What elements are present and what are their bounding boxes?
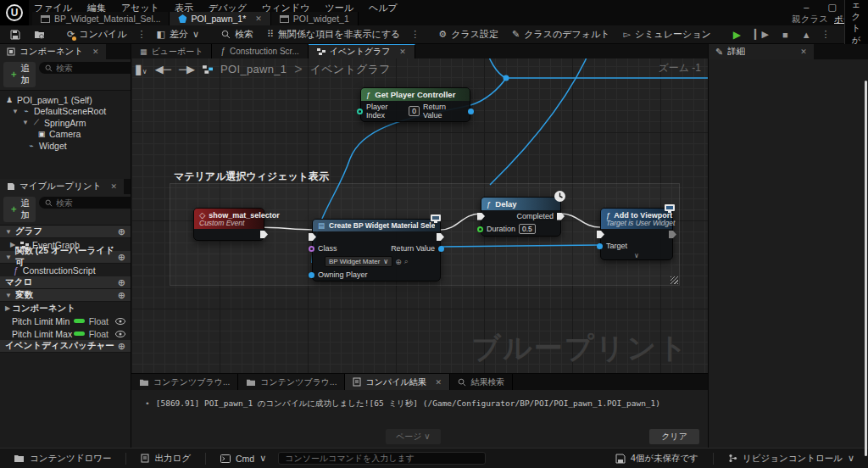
close-tab-icon[interactable]: ✕ (255, 14, 262, 23)
eject-button[interactable]: ▲ (797, 28, 816, 42)
bookmark-icon[interactable]: ▮∨ (135, 61, 147, 77)
collapse-chevron-icon[interactable]: ∨ (634, 252, 639, 259)
tab-find-results[interactable]: 結果検索 (450, 374, 513, 390)
simulate-button[interactable]: ▻ シミュレーション (619, 26, 716, 42)
compile-options-kebab[interactable]: ⋮ (136, 29, 148, 40)
use-selected-icon[interactable]: ⊕ (395, 258, 402, 266)
diff-button[interactable]: ◧ 差分 ∨ (152, 26, 204, 42)
section-variables[interactable]: ▼変数 ⊕ (0, 289, 131, 302)
tab-viewport[interactable]: ▦ ビューポート (131, 44, 212, 58)
close-tab-icon[interactable]: ✕ (399, 47, 406, 56)
return-value-pin[interactable] (468, 109, 474, 114)
minimize-button[interactable]: – (804, 2, 809, 12)
play-options-kebab[interactable]: ⋮ (820, 29, 832, 40)
tree-row-self[interactable]: ♟ POI_pawn_1 (Self) (0, 94, 131, 106)
section-graphs[interactable]: ▼グラフ ⊕ (0, 226, 131, 238)
tab-content-browser-2[interactable]: コンテンツブラウ... (238, 374, 345, 390)
tree-row-springarm[interactable]: ▼ ⟋ SpringArm (0, 117, 131, 129)
add-graph-icon[interactable]: ⊕ (118, 226, 125, 237)
add-function-icon[interactable]: ⊕ (118, 252, 125, 263)
save-button[interactable] (5, 28, 25, 42)
return-value-pin[interactable] (438, 246, 444, 252)
close-icon[interactable]: ✕ (92, 47, 99, 56)
class-defaults-button[interactable]: ✎ クラスのデフォルト (507, 26, 615, 42)
compile-button[interactable]: ⟳ コンパイル (62, 26, 132, 42)
tab-event-graph[interactable]: イベントグラフ ✕ (309, 44, 415, 58)
find-button[interactable]: 検索 (216, 26, 259, 42)
add-component-button[interactable]: ＋追加 (3, 62, 36, 87)
revision-control-button[interactable]: リビジョンコントロール ∨ (721, 451, 861, 466)
expander-icon[interactable]: ▼ (22, 119, 29, 126)
node-get-player-controller[interactable]: ƒ Get Player Controller Player Index 0 R… (360, 87, 470, 122)
exec-in-pin[interactable] (597, 231, 604, 238)
node-add-to-viewport[interactable]: ƒ Add to Viewport Target is User Widget … (600, 208, 673, 260)
duration-value[interactable]: 0.5 (519, 224, 536, 234)
node-delay[interactable]: ƒ Delay Completed Duration 0.5 (481, 197, 561, 237)
close-icon[interactable]: ✕ (110, 182, 117, 191)
tab-compile-results[interactable]: コンパイル結果 ✕ (345, 374, 450, 390)
tab-details[interactable]: ✎ 詳細 ✕ (709, 44, 814, 59)
tree-row-camera[interactable]: ▣ Camera (0, 129, 131, 141)
play-button[interactable]: ▶ (728, 27, 746, 42)
frame-skip-button[interactable]: ▎▶ (749, 27, 774, 42)
exec-in-pin[interactable] (309, 233, 316, 241)
tab-construction-script[interactable]: ƒ Construction Scr... (212, 44, 308, 58)
section-event-dispatchers[interactable]: イベントディスパッチャー ⊕ (0, 340, 131, 353)
tree-row-scene-root[interactable]: ▼ ⌁ DefaultSceneRoot (0, 106, 131, 118)
visibility-eye-icon[interactable] (115, 318, 125, 325)
reroute-node[interactable] (504, 75, 509, 81)
browse-asset-button[interactable] (29, 28, 50, 41)
doc-tab-bp-widget-material[interactable]: BP_Widget_Material_Sel... (32, 12, 170, 25)
expander-icon[interactable]: ▶ (5, 304, 12, 312)
hide-unrelated-kebab[interactable]: ⋮ (409, 29, 421, 40)
visibility-eye-icon[interactable] (115, 331, 125, 337)
back-arrow-icon[interactable]: ◀─ (155, 63, 171, 75)
breadcrumb-root[interactable]: POI_pawn_1 (220, 63, 287, 75)
owning-player-pin[interactable] (309, 272, 314, 278)
content-drawer-button[interactable]: コンテンツドロワー (7, 451, 118, 466)
node-show-mat-selector[interactable]: ◇ show_mat_selector Custom Event (193, 208, 264, 241)
page-dropdown-button[interactable]: ページ ∨ (386, 429, 441, 444)
tab-content-browser-1[interactable]: コンテンツブラウ... (131, 374, 238, 390)
variable-pitch-limit-max[interactable]: Pitch Limit Max Float (0, 327, 131, 340)
breadcrumb-current[interactable]: イベントグラフ (310, 62, 391, 77)
section-functions[interactable]: ▼関数 (25 オーバーライド可 ⊕ (0, 251, 131, 264)
close-tab-icon[interactable]: ✕ (436, 378, 442, 387)
details-scrollbar[interactable] (865, 81, 867, 456)
stop-button[interactable]: ■ (777, 28, 793, 42)
tree-row-widget[interactable]: ⌁ Widget (0, 140, 131, 152)
class-select-dropdown[interactable]: BP Widget Mater ∨ (325, 256, 392, 267)
exec-in-pin[interactable] (477, 213, 485, 220)
clear-button[interactable]: クリア (649, 429, 699, 444)
variable-pitch-limit-min[interactable]: Pitch Limit Min Float (0, 315, 131, 327)
add-dispatcher-icon[interactable]: ⊕ (118, 341, 125, 352)
hide-unrelated-button[interactable]: ⠿ 無関係な項目を非表示にする (262, 26, 405, 42)
group-components-variables[interactable]: ▶ コンポーネント (0, 302, 131, 315)
output-log-button[interactable]: 出力ログ (134, 451, 198, 466)
forward-arrow-icon[interactable]: ─▶ (179, 63, 195, 75)
class-pin[interactable] (309, 246, 314, 252)
add-blueprint-item-button[interactable]: ＋追加 (3, 197, 36, 222)
browse-icon[interactable]: ⌕ (404, 257, 409, 266)
console-command-input[interactable] (285, 454, 479, 463)
cmd-dropdown[interactable]: Cmd ∨ (214, 451, 273, 465)
menu-help[interactable]: ヘルプ (369, 2, 398, 14)
add-variable-icon[interactable]: ⊕ (118, 290, 125, 301)
class-settings-button[interactable]: ⚙ クラス設定 (433, 26, 504, 42)
event-graph-canvas[interactable]: ブループリント マテリアル選択ウィジェット表示 ƒ Get Player Con… (131, 44, 708, 373)
tab-my-blueprint[interactable]: マイブループリント ✕ (0, 179, 124, 194)
section-macros[interactable]: マクロ ⊕ (0, 276, 131, 289)
target-pin[interactable] (597, 243, 603, 249)
doc-tab-poi-widget[interactable]: POI_widget_1 (271, 12, 359, 25)
expander-icon[interactable]: ▼ (12, 108, 19, 115)
maximize-button[interactable]: ▢ (827, 2, 836, 13)
player-index-value[interactable]: 0 (409, 106, 420, 116)
duration-pin[interactable] (477, 226, 483, 232)
add-macro-icon[interactable]: ⊕ (118, 277, 125, 288)
tab-components[interactable]: コンポーネント ✕ (0, 44, 106, 59)
player-index-pin[interactable] (357, 109, 363, 114)
doc-tab-poi-pawn[interactable]: POI_pawn_1* ✕ (170, 12, 270, 25)
close-icon[interactable]: ✕ (800, 47, 807, 56)
node-create-widget[interactable]: ▤ Create BP Widget Material Selection Wi… (312, 219, 441, 281)
unsaved-assets-button[interactable]: 4個が未保存です (609, 451, 705, 466)
